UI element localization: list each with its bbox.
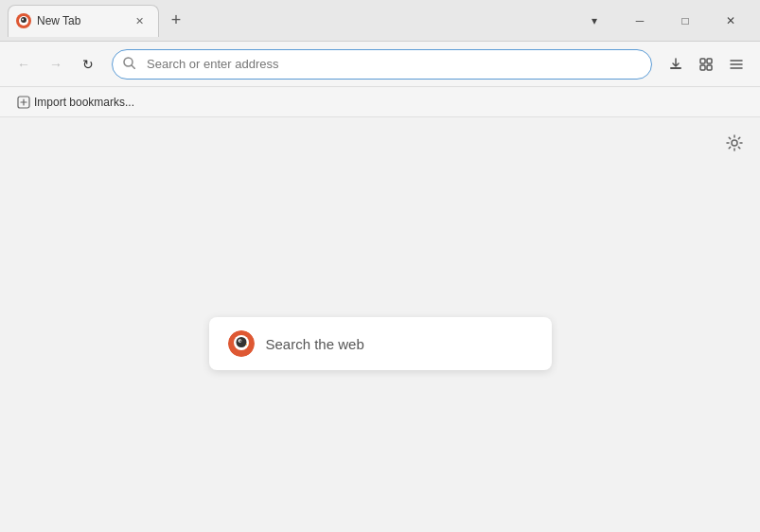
duckduckgo-logo xyxy=(228,330,255,357)
refresh-button[interactable]: ↻ xyxy=(74,50,102,79)
minimize-button[interactable]: ─ xyxy=(618,6,662,36)
search-web-label: Search the web xyxy=(266,336,364,352)
toolbar-actions xyxy=(662,50,751,79)
downloads-button[interactable] xyxy=(662,50,690,79)
svg-rect-10 xyxy=(707,65,712,70)
search-widget[interactable]: Search the web xyxy=(209,317,552,370)
svg-rect-8 xyxy=(707,59,712,63)
main-content: Search the web xyxy=(0,117,760,532)
maximize-button[interactable]: □ xyxy=(663,6,707,36)
svg-point-20 xyxy=(236,337,246,347)
import-bookmarks-button[interactable]: Import bookmarks... xyxy=(9,93,142,112)
svg-point-2 xyxy=(21,17,27,23)
tab-area: New Tab ✕ + xyxy=(8,5,291,37)
forward-button[interactable]: → xyxy=(42,50,70,79)
close-button[interactable]: ✕ xyxy=(709,6,752,36)
new-tab-button[interactable]: + xyxy=(163,8,189,34)
address-input[interactable] xyxy=(112,49,652,80)
tab-list-button[interactable]: ▾ xyxy=(573,6,616,36)
back-button[interactable]: ← xyxy=(9,50,38,79)
extensions-button[interactable] xyxy=(692,50,720,79)
tab-title: New Tab xyxy=(37,14,126,27)
tab-close-button[interactable]: ✕ xyxy=(132,13,147,28)
menu-button[interactable] xyxy=(722,50,751,79)
address-bar-container xyxy=(112,49,652,80)
svg-point-17 xyxy=(732,140,737,146)
svg-rect-9 xyxy=(700,65,705,70)
page-settings-button[interactable] xyxy=(720,129,749,157)
import-bookmarks-label: Import bookmarks... xyxy=(34,96,134,109)
svg-rect-7 xyxy=(700,59,705,63)
title-bar: New Tab ✕ + ▾ ─ □ ✕ xyxy=(0,0,760,42)
bookmarks-bar: Import bookmarks... xyxy=(0,87,760,117)
svg-point-3 xyxy=(22,19,24,21)
svg-point-22 xyxy=(239,340,241,342)
tab-favicon xyxy=(16,13,31,28)
window-controls: ▾ ─ □ ✕ xyxy=(573,6,752,36)
toolbar: ← → ↻ xyxy=(0,42,760,87)
svg-rect-6 xyxy=(670,67,681,69)
active-tab[interactable]: New Tab ✕ xyxy=(8,5,159,37)
